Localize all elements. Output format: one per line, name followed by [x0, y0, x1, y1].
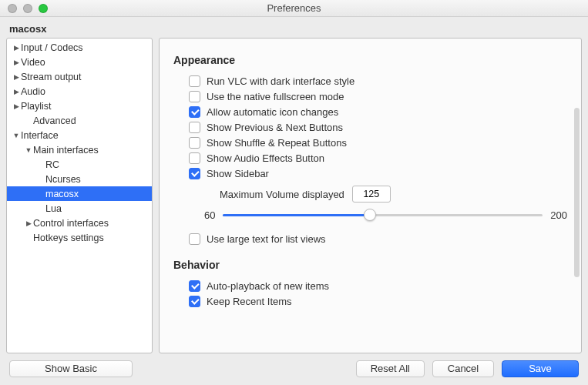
- checkbox[interactable]: [189, 75, 200, 87]
- checkbox[interactable]: [189, 122, 200, 133]
- checkbox[interactable]: [189, 152, 200, 164]
- sidebar-item-main-interfaces[interactable]: ▼Main interfaces: [7, 142, 152, 157]
- show-basic-button[interactable]: Show Basic: [9, 360, 133, 377]
- appearance-heading: Appearance: [173, 54, 567, 66]
- sidebar-item-label: Lua: [45, 203, 62, 214]
- sidebar-item-input-codecs[interactable]: ▶Input / Codecs: [7, 40, 152, 55]
- chevron-right-icon[interactable]: ▶: [12, 102, 21, 110]
- chevron-down-icon[interactable]: ▼: [24, 146, 33, 154]
- sidebar-item-interface[interactable]: ▼Interface: [7, 128, 152, 142]
- window-title: Preferences: [0, 2, 588, 14]
- slider-min-label: 60: [204, 209, 215, 221]
- chevron-right-icon[interactable]: ▶: [12, 59, 21, 66]
- sidebar-item-playlist[interactable]: ▶Playlist: [7, 99, 152, 113]
- sidebar-item-label: Advanced: [33, 116, 76, 126]
- save-button[interactable]: Save: [502, 360, 579, 377]
- large-text-checkbox[interactable]: [189, 233, 200, 245]
- checkbox[interactable]: [189, 137, 200, 149]
- chevron-right-icon[interactable]: ▶: [24, 219, 33, 227]
- sidebar-item-label: RC: [45, 159, 59, 170]
- sidebar-item-label: Playlist: [21, 101, 52, 112]
- checkbox[interactable]: [189, 106, 200, 118]
- sidebar-item-audio[interactable]: ▶Audio: [7, 84, 152, 99]
- sidebar-item-video[interactable]: ▶Video: [7, 55, 152, 69]
- chevron-down-icon[interactable]: ▼: [12, 132, 21, 139]
- sidebar-item-stream-output[interactable]: ▶Stream output: [7, 69, 152, 84]
- sidebar-item-label: Control interfaces: [33, 218, 109, 229]
- titlebar: Preferences: [0, 0, 588, 17]
- sidebar-tree[interactable]: ▶Input / Codecs▶Video▶Stream output▶Audi…: [6, 38, 153, 353]
- checkbox-label: Allow automatic icon changes: [207, 106, 338, 118]
- chevron-right-icon[interactable]: ▶: [12, 73, 21, 81]
- sidebar-item-label: Input / Codecs: [21, 42, 83, 53]
- sidebar-item-label: Video: [21, 57, 45, 68]
- large-text-label: Use large text for list views: [207, 233, 326, 245]
- max-volume-slider[interactable]: [223, 207, 543, 223]
- checkbox[interactable]: [189, 296, 200, 307]
- checkbox-label: Auto-playback of new items: [207, 280, 329, 292]
- sidebar-item-label: Hotkeys settings: [33, 233, 104, 243]
- checkbox-label: Show Audio Effects Button: [207, 152, 324, 164]
- sidebar-item-hotkeys-settings[interactable]: Hotkeys settings: [7, 230, 152, 245]
- behavior-heading: Behavior: [173, 259, 567, 271]
- checkbox-label: Run VLC with dark interface style: [207, 75, 354, 87]
- sidebar-item-rc[interactable]: RC: [7, 157, 152, 172]
- max-volume-input[interactable]: [352, 186, 391, 203]
- checkbox-label: Show Shuffle & Repeat Buttons: [207, 137, 347, 149]
- sidebar-item-advanced[interactable]: Advanced: [7, 113, 152, 128]
- checkbox[interactable]: [189, 91, 200, 102]
- checkbox-label: Show Previous & Next Buttons: [207, 122, 343, 133]
- sidebar-item-label: Stream output: [21, 72, 82, 82]
- slider-max-label: 200: [550, 209, 567, 221]
- sidebar-item-label: Audio: [21, 86, 45, 97]
- max-volume-label: Maximum Volume displayed: [220, 189, 344, 200]
- cancel-button[interactable]: Cancel: [432, 360, 494, 377]
- footer: Show Basic Reset All Cancel Save: [0, 353, 588, 384]
- checkbox[interactable]: [189, 168, 200, 179]
- chevron-right-icon[interactable]: ▶: [12, 88, 21, 95]
- sidebar-item-ncurses[interactable]: Ncurses: [7, 172, 152, 186]
- sidebar-item-label: macosx: [45, 189, 79, 199]
- sidebar-item-lua[interactable]: Lua: [7, 201, 152, 216]
- sidebar-item-label: Ncurses: [45, 174, 81, 185]
- chevron-right-icon[interactable]: ▶: [12, 44, 21, 52]
- sidebar-item-label: Interface: [21, 130, 59, 141]
- sidebar-item-control-interfaces[interactable]: ▶Control interfaces: [7, 216, 152, 230]
- sidebar-item-macosx[interactable]: macosx: [7, 186, 152, 201]
- checkbox-label: Use the native fullscreen mode: [207, 91, 344, 102]
- settings-panel: Appearance Run VLC with dark interface s…: [159, 38, 582, 353]
- reset-all-button[interactable]: Reset All: [356, 360, 425, 377]
- checkbox-label: Show Sidebar: [207, 168, 269, 179]
- checkbox[interactable]: [189, 280, 200, 292]
- panel-title: macosx: [0, 17, 588, 38]
- sidebar-item-label: Main interfaces: [33, 145, 99, 156]
- checkbox-label: Keep Recent Items: [207, 296, 292, 307]
